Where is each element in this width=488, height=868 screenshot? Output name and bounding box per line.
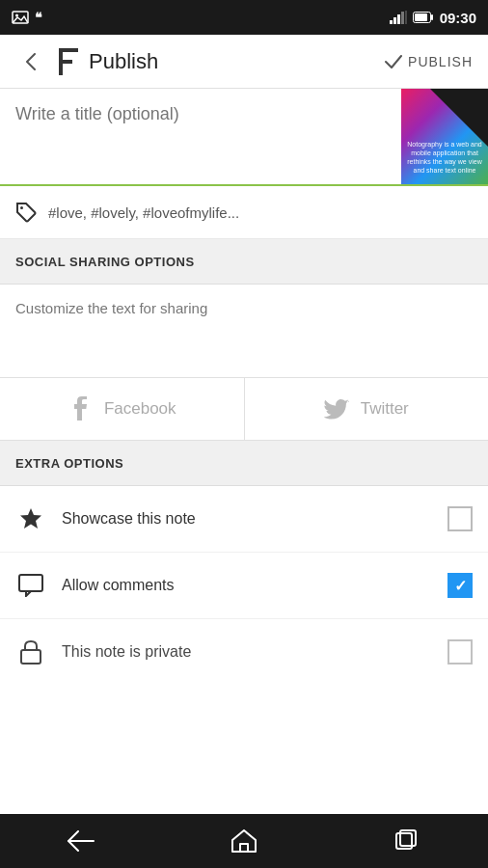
social-sharing-section-header: SOCIAL SHARING OPTIONS <box>0 239 488 285</box>
svg-marker-18 <box>232 830 256 852</box>
status-bar-left: ❝ <box>12 10 42 25</box>
private-option-row: This note is private <box>0 619 488 685</box>
svg-rect-6 <box>405 11 407 24</box>
publish-label: PUBLISH <box>408 54 473 69</box>
publish-button[interactable]: PUBLISH <box>385 54 473 69</box>
tags-row: #love, #lovely, #loveofmylife... <box>0 186 488 239</box>
svg-marker-14 <box>20 508 41 529</box>
svg-rect-3 <box>393 17 396 24</box>
sharing-area <box>0 285 488 378</box>
twitter-label: Twitter <box>361 399 409 419</box>
post-thumbnail: Notography is a web and mobile applicati… <box>401 89 488 184</box>
social-buttons-row: Facebook Twitter <box>0 378 488 441</box>
tag-icon <box>15 202 37 223</box>
home-nav-button[interactable] <box>215 822 273 860</box>
image-status-icon <box>12 11 29 24</box>
battery-icon <box>413 12 434 23</box>
page-title: Publish <box>89 49 385 74</box>
twitter-icon <box>324 395 351 422</box>
tags-placeholder: #love, #lovely, #loveofmylife... <box>48 204 239 221</box>
svg-rect-12 <box>59 60 72 64</box>
thumbnail-text: Notography is a web and mobile applicati… <box>405 140 484 175</box>
comments-label: Allow comments <box>62 577 432 594</box>
svg-rect-2 <box>390 20 393 24</box>
facebook-label: Facebook <box>104 399 176 419</box>
thumbnail-decoration <box>430 89 488 147</box>
svg-rect-15 <box>19 575 42 591</box>
status-bar: ❝ 09:30 <box>0 0 488 35</box>
svg-point-13 <box>20 206 23 209</box>
time-display: 09:30 <box>440 10 476 26</box>
svg-rect-11 <box>59 48 78 52</box>
title-area: Notography is a web and mobile applicati… <box>0 89 488 186</box>
lock-icon <box>15 637 46 667</box>
svg-rect-5 <box>401 12 404 24</box>
nav-bar: Publish PUBLISH <box>0 35 488 89</box>
facebook-icon <box>68 395 95 422</box>
private-label: This note is private <box>62 643 432 661</box>
bottom-nav <box>0 814 488 868</box>
comments-option-row: Allow comments <box>0 553 488 619</box>
comment-icon <box>15 570 46 601</box>
extra-options-label: EXTRA OPTIONS <box>15 456 123 471</box>
comments-checkbox[interactable] <box>447 573 473 598</box>
svg-rect-19 <box>240 844 248 852</box>
back-button[interactable] <box>15 46 46 77</box>
signal-icon <box>390 11 407 24</box>
facebook-button[interactable]: Facebook <box>0 378 245 440</box>
svg-rect-9 <box>415 14 427 21</box>
back-nav-button[interactable] <box>52 822 110 860</box>
svg-rect-8 <box>431 14 433 20</box>
social-sharing-label: SOCIAL SHARING OPTIONS <box>15 255 195 269</box>
title-input-wrapper <box>0 89 401 184</box>
svg-rect-16 <box>21 650 41 664</box>
showcase-checkbox[interactable] <box>447 506 473 531</box>
star-icon <box>15 503 46 534</box>
recents-nav-button[interactable] <box>378 822 436 860</box>
showcase-label: Showcase this note <box>62 510 432 528</box>
title-input[interactable] <box>15 104 386 165</box>
quote-status-icon: ❝ <box>35 10 42 25</box>
extra-options-section-header: EXTRA OPTIONS <box>0 441 488 486</box>
svg-rect-4 <box>397 14 400 24</box>
status-bar-right: 09:30 <box>390 10 476 26</box>
twitter-button[interactable]: Twitter <box>245 378 489 440</box>
private-checkbox[interactable] <box>447 639 473 665</box>
svg-point-1 <box>15 14 18 17</box>
app-logo <box>54 48 81 75</box>
showcase-option-row: Showcase this note <box>0 486 488 553</box>
sharing-text-input[interactable] <box>15 300 473 358</box>
